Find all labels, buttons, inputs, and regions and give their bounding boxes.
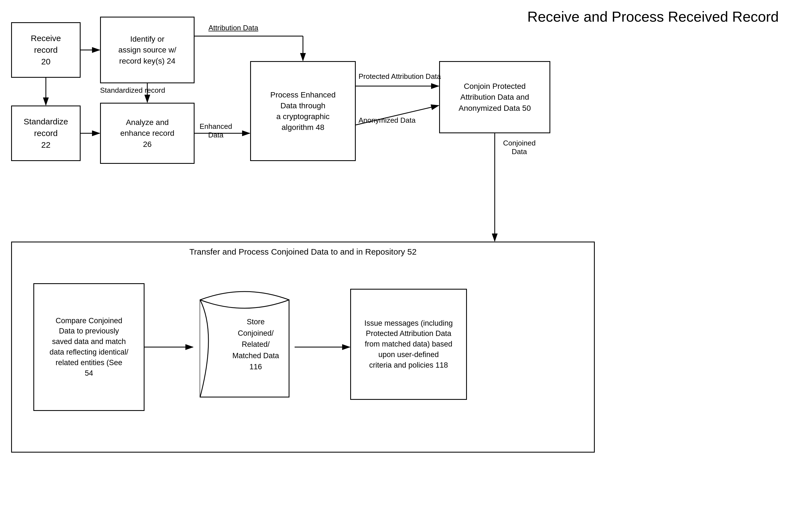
repository-title: Transfer and Process Conjoined Data to a… (17, 247, 589, 256)
diagram-container: Receive and Process Received Record Rece… (0, 0, 801, 532)
process-cryptographic-box: Process EnhancedData througha cryptograp… (250, 61, 356, 161)
receive-record-label: Receiverecord20 (31, 33, 61, 68)
page-title: Receive and Process Received Record (527, 8, 779, 25)
analyze-enhance-label: Analyze andenhance record26 (120, 117, 175, 150)
identify-source-label: Identify orassign source w/record key(s)… (119, 34, 177, 66)
standardize-record-label: Standardizerecord22 (24, 116, 68, 151)
compare-label: Compare ConjoinedData to previouslysaved… (50, 316, 128, 379)
standardize-record-box: Standardizerecord22 (11, 106, 80, 161)
enhanced-data-label: EnhancedData (200, 122, 232, 139)
attribution-data-label: Attribution Data (208, 24, 258, 32)
process-cryptographic-label: Process EnhancedData througha cryptograp… (270, 90, 335, 133)
conjoined-data-label: ConjoinedData (503, 139, 535, 156)
compare-box: Compare ConjoinedData to previouslysaved… (33, 283, 145, 411)
issue-messages-label: Issue messages (includingProtected Attri… (364, 318, 453, 371)
anonymized-data-label: Anonymized Data (359, 116, 416, 125)
receive-record-box: Receiverecord20 (11, 22, 80, 78)
protected-attribution-label: Protected Attribution Data (359, 72, 441, 81)
analyze-enhance-box: Analyze andenhance record26 (100, 103, 195, 164)
store-label: StoreConjoined/Related/Matched Data 116 (232, 318, 279, 371)
standardized-record-label: Standardized record (100, 86, 165, 95)
conjoin-box: Conjoin ProtectedAttribution Data andAno… (439, 61, 550, 133)
conjoin-label: Conjoin ProtectedAttribution Data andAno… (459, 81, 531, 114)
identify-source-box: Identify orassign source w/record key(s)… (100, 17, 195, 83)
store-box: StoreConjoined/Related/Matched Data 116 (195, 283, 295, 405)
issue-messages-box: Issue messages (includingProtected Attri… (350, 289, 467, 400)
